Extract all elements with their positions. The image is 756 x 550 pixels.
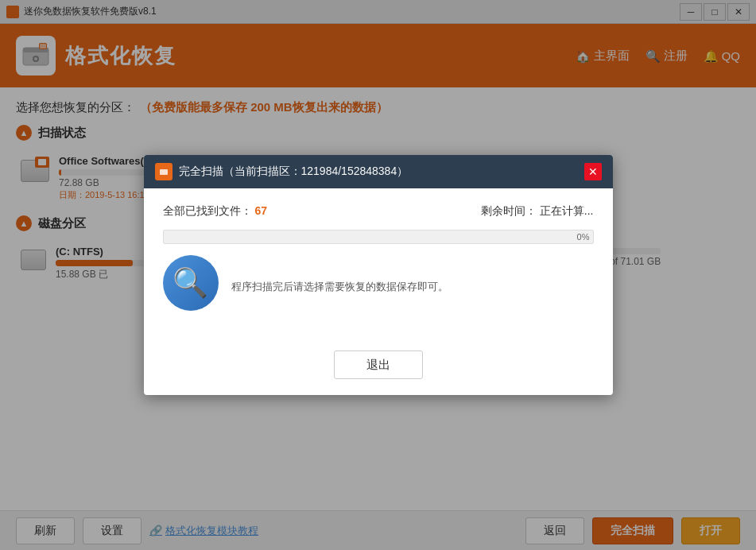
modal-header-left: 完全扫描（当前扫描区：121984/152848384） — [155, 163, 409, 180]
time-remaining-label: 剩余时间： — [481, 204, 537, 217]
modal-app-icon — [158, 166, 169, 177]
files-found-count: 67 — [254, 204, 267, 217]
modal-title: 完全扫描（当前扫描区：121984/152848384） — [179, 165, 409, 179]
modal-body: 全部已找到文件： 67 剩余时间： 正在计算... 0% 🔍 程序扫描完后请选择… — [144, 188, 613, 343]
time-remaining-value: 正在计算... — [540, 204, 594, 217]
modal-exit-button[interactable]: 退出 — [334, 351, 423, 379]
modal-description-area: 🔍 程序扫描完后请选择需要恢复的数据保存即可。 — [163, 255, 594, 319]
search-magnifier-icon: 🔍 — [173, 266, 208, 300]
scan-modal: 完全扫描（当前扫描区：121984/152848384） ✕ 全部已找到文件： … — [144, 155, 613, 395]
svg-rect-7 — [160, 169, 168, 175]
modal-footer: 退出 — [144, 343, 613, 395]
modal-stats-row: 全部已找到文件： 67 剩余时间： 正在计算... — [163, 204, 594, 219]
modal-description: 程序扫描完后请选择需要恢复的数据保存即可。 — [231, 279, 448, 296]
modal-time-remaining: 剩余时间： 正在计算... — [481, 204, 594, 219]
files-found-label: 全部已找到文件： — [163, 204, 252, 217]
modal-progress-bar: 0% — [163, 230, 594, 244]
modal-close-button[interactable]: ✕ — [584, 163, 602, 180]
modal-overlay: 完全扫描（当前扫描区：121984/152848384） ✕ 全部已找到文件： … — [0, 0, 756, 550]
modal-search-icon: 🔍 — [163, 255, 219, 311]
modal-header: 完全扫描（当前扫描区：121984/152848384） ✕ — [144, 155, 613, 188]
modal-files-found: 全部已找到文件： 67 — [163, 204, 267, 219]
modal-header-icon — [155, 163, 173, 180]
modal-progress-text: 0% — [577, 232, 590, 242]
